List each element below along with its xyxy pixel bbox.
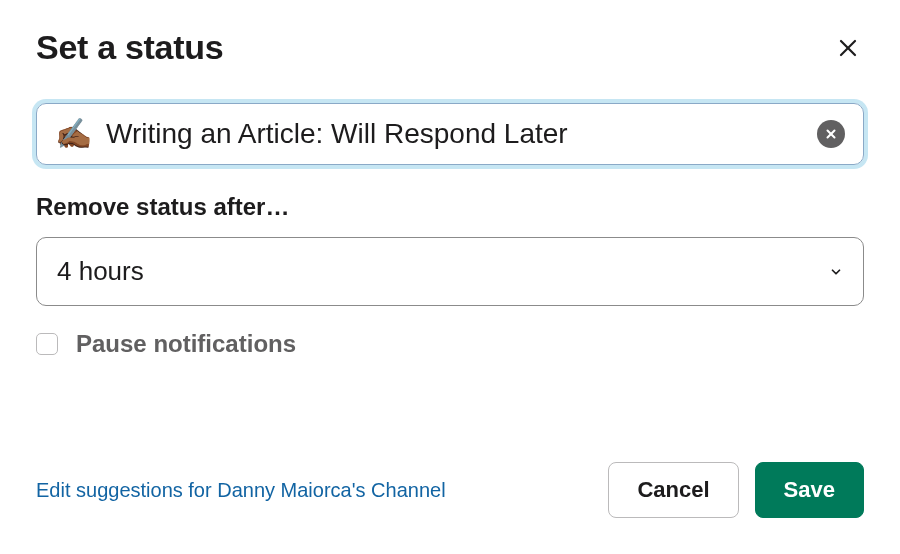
pause-notifications-row: Pause notifications (36, 330, 864, 358)
close-icon (836, 36, 860, 60)
duration-label: Remove status after… (36, 193, 864, 221)
duration-select-wrapper: 4 hours (36, 237, 864, 306)
footer-buttons: Cancel Save (608, 462, 864, 518)
duration-select[interactable]: 4 hours (36, 237, 864, 306)
pause-notifications-label[interactable]: Pause notifications (76, 330, 296, 358)
clear-status-button[interactable] (817, 120, 845, 148)
dialog-title: Set a status (36, 28, 223, 67)
edit-suggestions-link[interactable]: Edit suggestions for Danny Maiorca's Cha… (36, 479, 446, 502)
duration-selected-value: 4 hours (57, 256, 144, 287)
pause-notifications-checkbox[interactable] (36, 333, 58, 355)
cancel-button[interactable]: Cancel (608, 462, 738, 518)
clear-icon (824, 127, 838, 141)
save-button[interactable]: Save (755, 462, 864, 518)
dialog-footer: Edit suggestions for Danny Maiorca's Cha… (36, 462, 864, 518)
status-text-input[interactable] (106, 118, 803, 150)
chevron-down-icon (829, 265, 843, 279)
status-field[interactable]: ✍🏾 (36, 103, 864, 165)
dialog-header: Set a status (36, 28, 864, 67)
status-emoji-picker[interactable]: ✍🏾 (55, 119, 92, 149)
close-button[interactable] (832, 32, 864, 64)
